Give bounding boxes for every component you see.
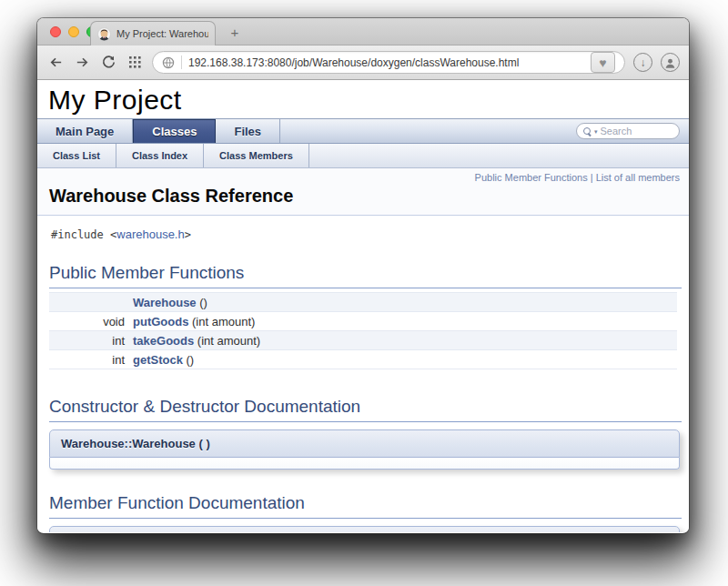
member-params: () [197, 296, 207, 309]
getstock-doc-item: int Warehouse::getStock ( ) [49, 526, 680, 532]
include-line: #include <warehouse.h> [51, 227, 683, 241]
tab-main-page[interactable]: Main Page [37, 119, 133, 143]
browser-window: My Project: Warehouse Class Reference + [37, 18, 689, 533]
forward-button[interactable] [73, 54, 91, 72]
search-box[interactable]: ▾ [576, 123, 680, 139]
apps-grid-icon [128, 56, 142, 69]
summary-links: Public Member Functions | List of all me… [49, 172, 680, 183]
back-button[interactable] [46, 54, 65, 72]
member-return-type [49, 293, 133, 312]
include-close-bracket: > [185, 228, 191, 241]
forward-arrow-icon [75, 55, 90, 70]
member-function-link[interactable]: getStock [133, 353, 183, 367]
member-return-type: void [49, 312, 133, 331]
member-return-type: int [49, 350, 133, 369]
table-row: Warehouse () [49, 293, 677, 312]
include-directive: #include [51, 228, 104, 241]
member-functions-table: Warehouse () void putGoods (int amount) … [49, 292, 677, 369]
downloads-button[interactable]: ↓ [633, 53, 652, 72]
new-tab-button[interactable]: + [225, 24, 245, 42]
page-title: Warehouse Class Reference [49, 186, 680, 207]
tab-classes[interactable]: Classes [133, 119, 216, 143]
table-row: void putGoods (int amount) [49, 312, 677, 331]
member-function-link[interactable]: putGoods [133, 315, 188, 328]
member-params: (int amount) [188, 315, 255, 328]
project-name: My Project [48, 85, 689, 116]
browser-toolbar: ♥ ↓ [37, 45, 689, 80]
tab-files[interactable]: Files [216, 119, 280, 143]
title-area: My Project [37, 80, 689, 118]
ctor-doc-item: Warehouse::Warehouse ( ) [49, 429, 680, 470]
include-file-link[interactable]: warehouse.h [116, 227, 184, 241]
tab-title: My Project: Warehouse Class Reference [116, 28, 208, 39]
list-of-all-members-link[interactable]: List of all members [596, 172, 680, 183]
tab-class-index[interactable]: Class Index [116, 144, 204, 167]
bookmark-heart-button[interactable]: ♥ [591, 52, 615, 73]
member-function-documentation-heading: Member Function Documentation [49, 493, 682, 519]
tab-class-members[interactable]: Class Members [204, 144, 309, 167]
url-separator [181, 56, 182, 69]
browser-tab-strip: My Project: Warehouse Class Reference + [37, 18, 689, 45]
search-input[interactable] [601, 126, 664, 136]
member-params: () [183, 353, 194, 367]
member-return-type: int [49, 331, 133, 350]
tab-class-list[interactable]: Class List [37, 144, 116, 167]
table-row: int getStock () [49, 350, 677, 369]
page-contents: #include <warehouse.h> Public Member Fun… [37, 227, 689, 532]
search-area: ▾ [576, 119, 689, 143]
sub-nav-tabs: Class List Class Index Class Members [37, 144, 689, 168]
back-arrow-icon [48, 55, 64, 70]
ctor-signature: Warehouse::Warehouse ( ) [49, 429, 680, 458]
download-arrow-icon: ↓ [641, 56, 646, 69]
table-row: int takeGoods (int amount) [49, 331, 677, 350]
url-input[interactable] [188, 56, 584, 69]
summary-separator: | [591, 172, 593, 183]
profile-person-icon [664, 57, 676, 69]
page-viewport[interactable]: My Project Main Page Classes Files ▾ Cla… [37, 80, 689, 532]
browser-tab[interactable]: My Project: Warehouse Class Reference [90, 21, 216, 45]
getstock-signature: int Warehouse::getStock ( ) [49, 526, 680, 532]
minimize-window-button[interactable] [68, 26, 79, 37]
public-member-functions-link[interactable]: Public Member Functions [475, 172, 588, 183]
public-member-functions-heading: Public Member Functions [49, 263, 682, 288]
ctor-doc-body [49, 458, 680, 470]
member-function-link[interactable]: takeGoods [133, 334, 194, 348]
reload-icon [101, 55, 116, 70]
close-window-button[interactable] [50, 26, 61, 37]
jenkins-favicon-icon [97, 27, 111, 41]
ctor-dtor-documentation-heading: Constructor & Destructor Documentation [49, 397, 682, 422]
search-icon[interactable] [583, 127, 592, 136]
apps-grid-button[interactable] [126, 54, 144, 72]
site-globe-icon [162, 56, 175, 69]
main-nav-tabs: Main Page Classes Files ▾ [37, 118, 689, 144]
page-header: Public Member Functions | List of all me… [37, 168, 689, 216]
member-params: (int amount) [194, 334, 260, 348]
address-bar[interactable]: ♥ [152, 51, 625, 74]
member-function-link[interactable]: Warehouse [133, 296, 197, 309]
heart-icon: ♥ [599, 56, 606, 70]
profile-button[interactable] [661, 53, 680, 72]
search-caret-icon[interactable]: ▾ [594, 128, 598, 135]
reload-button[interactable] [99, 54, 117, 72]
